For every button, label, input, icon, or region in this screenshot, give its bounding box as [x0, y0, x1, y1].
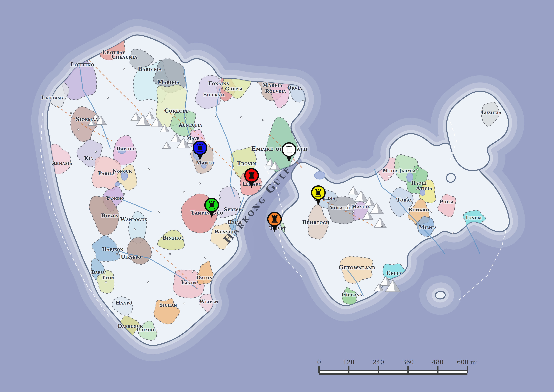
- region-label-baroisia: Baroisia: [138, 66, 162, 72]
- region-label-abnasia: Abnasia: [52, 160, 72, 166]
- rook-icon: ♜: [207, 199, 216, 211]
- region-label-uiryepo: Uiryepo: [121, 254, 141, 260]
- region-label-cheaunia: Cheaunia: [111, 54, 137, 60]
- town-dot: [388, 278, 390, 280]
- region-label-torsa: Torsa: [396, 197, 412, 203]
- region-label-empire-of: Empire of: [251, 145, 283, 152]
- region-label-hejas: Hejas: [228, 219, 242, 225]
- fantasy-map-stage: Harkong Gulf CrotrayCheauniaLohtikoBaroi…: [0, 0, 554, 392]
- region-label-wenshu: Wenshu: [214, 229, 235, 234]
- region-label-kia: Kia: [84, 155, 93, 161]
- region-label-medri: Medri: [383, 168, 399, 173]
- region-label-atigia: Atigia: [416, 185, 432, 191]
- town-dot: [183, 191, 185, 193]
- town-dot: [282, 105, 283, 107]
- region-label-polia: Polia: [439, 199, 454, 204]
- scale-tick-label: 480: [432, 359, 444, 366]
- region-label-parila: Parila: [98, 170, 115, 176]
- region-label-hanpo: Hanpo: [116, 300, 132, 306]
- region-label-chepia: Chepia: [225, 86, 243, 91]
- region-label-daeoul: Daeoul: [116, 146, 135, 152]
- town-dot: [388, 176, 390, 177]
- region-label-sichan: Sichan: [159, 302, 177, 308]
- region-label-taivet: Taivet: [269, 225, 286, 231]
- region-label-busan: Busan: [101, 212, 119, 219]
- region-label-baesu: Baesu: [91, 270, 106, 275]
- town-dot: [219, 197, 221, 198]
- region-label-yeon: Yeon: [102, 275, 114, 280]
- scale-tick-label: 120: [343, 359, 354, 366]
- scale-tick-label: 600 mi: [457, 359, 478, 366]
- region-label-raohi: Raohi: [411, 180, 427, 186]
- town-dot: [199, 183, 201, 184]
- scale-tick-label: 240: [373, 359, 384, 366]
- region-label-getownland: Getownland: [339, 264, 376, 271]
- town-dot: [105, 281, 107, 283]
- region-label-haejeon: Haejeon: [102, 246, 123, 252]
- region-label-binzhou: Binzhou: [163, 235, 184, 241]
- region-label-nonguk: Nonguk: [113, 168, 132, 174]
- region-label-jarmia: Jarmia: [399, 168, 416, 173]
- town-dot: [123, 193, 125, 195]
- town-dot: [95, 151, 97, 153]
- region-label-corecia: Corecia: [164, 107, 188, 114]
- town-dot: [417, 168, 418, 170]
- town-dot: [241, 116, 242, 118]
- town-dot: [70, 112, 72, 114]
- region-label-trovin: Trovin: [237, 160, 256, 167]
- town-dot: [431, 211, 432, 213]
- region-label-daton: Daton: [196, 274, 213, 280]
- region-label-lahtany: Lahtany: [41, 95, 64, 101]
- region-label-yaxin: Yaxin: [181, 280, 196, 286]
- region-label-liuzhou: Liuzhou: [137, 327, 158, 332]
- town-dot: [134, 229, 135, 230]
- town-dot: [452, 232, 453, 234]
- town-dot: [192, 271, 193, 273]
- town-dot: [205, 257, 206, 259]
- rook-icon: ♜: [314, 187, 323, 199]
- rook-icon: ♖: [284, 144, 294, 156]
- town-dot: [262, 119, 264, 121]
- rook-icon: ♜: [195, 142, 205, 154]
- town-dot: [123, 68, 125, 70]
- town-dot: [148, 281, 149, 283]
- town-dot: [185, 118, 186, 119]
- fantasy-world-map: Harkong Gulf CrotrayCheauniaLohtikoBaroi…: [0, 0, 554, 392]
- region-label-lohtiko: Lohtiko: [70, 61, 94, 68]
- region-label-iunum: Iunum: [466, 215, 482, 220]
- region-label-fonains: Fonains: [208, 80, 229, 86]
- region-label-marieia: Marieia: [158, 79, 180, 85]
- town-dot: [183, 303, 185, 304]
- region-label-luzheia: Luzheia: [481, 109, 502, 115]
- town-dot: [78, 129, 79, 130]
- rook-icon: ♜: [270, 213, 279, 225]
- town-dot: [107, 97, 108, 98]
- town-dot: [226, 246, 227, 248]
- town-dot: [381, 225, 383, 227]
- region-label-mave: Mave: [187, 135, 199, 141]
- town-dot: [116, 253, 118, 255]
- town-dot: [216, 116, 217, 117]
- scale-tick-label: 0: [317, 359, 321, 366]
- region-label-yangho: Yangho: [106, 195, 124, 201]
- region-label-ath: ath: [297, 145, 307, 152]
- region-label-mareia: Mareia: [262, 82, 282, 88]
- region-label-suiersia: Suiersia: [203, 92, 225, 98]
- town-dot: [169, 253, 171, 255]
- region-label-weifen: Weifen: [199, 299, 218, 304]
- region-label-auneufia: Auneufia: [179, 122, 202, 128]
- region-label-celle: Celle: [386, 270, 402, 276]
- region-label-behrtoch: Behrtoch: [302, 219, 330, 225]
- town-dot: [148, 168, 150, 170]
- rook-icon: ♜: [247, 169, 256, 182]
- town-dot: [151, 109, 153, 110]
- region-label-rouvria: Rouvria: [265, 88, 286, 94]
- region-label-sioemaa: Sioemaa: [76, 116, 98, 122]
- region-label-manot: Manot: [196, 160, 215, 166]
- region-label-seresia: Seresia: [224, 206, 243, 212]
- region-label-betiaria: Betiaria: [408, 207, 430, 213]
- town-dot: [158, 211, 160, 213]
- region-label-wanpoguk: Wanpoguk: [120, 216, 148, 222]
- region-label-giucasa: Giucasa: [342, 292, 362, 297]
- region-label-milnia: Milnia: [419, 224, 437, 230]
